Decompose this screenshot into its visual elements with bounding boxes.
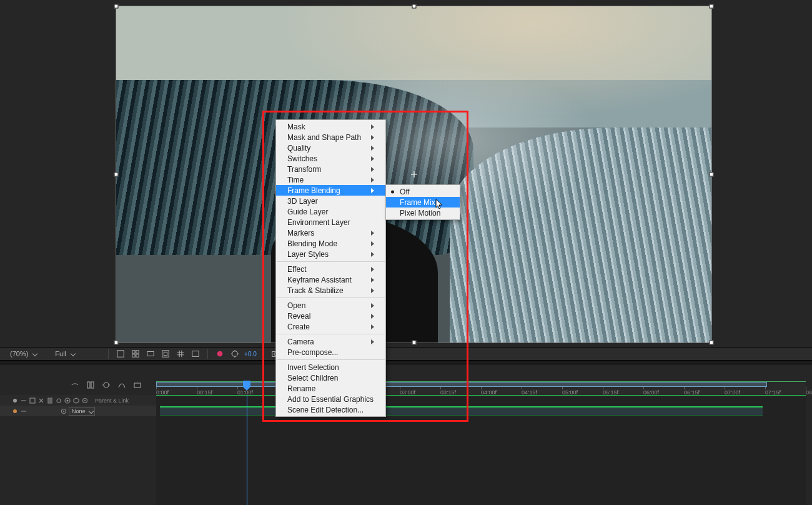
svg-point-27 <box>84 400 86 401</box>
resolution-value: Full <box>55 350 66 358</box>
svg-rect-8 <box>192 351 199 357</box>
playhead[interactable] <box>243 381 250 387</box>
svg-rect-1 <box>132 351 135 353</box>
svg-rect-5 <box>147 352 154 356</box>
frame-blend-toggle-icon[interactable] <box>84 379 96 391</box>
time-tick: 05:00f <box>562 387 578 396</box>
divider <box>108 349 109 359</box>
adjustment-col-icon[interactable] <box>64 397 71 404</box>
visibility-icon[interactable] <box>11 408 19 415</box>
shy-layers-icon[interactable] <box>69 379 81 391</box>
time-tick: 05:15f <box>603 387 618 396</box>
parent-pickwhip-icon[interactable] <box>60 408 67 415</box>
svg-point-23 <box>57 399 61 402</box>
magnification-value: (70%) <box>10 350 28 358</box>
time-tick: 04:15f <box>522 387 537 396</box>
annotation-highlight <box>262 111 468 422</box>
fast-preview-icon[interactable] <box>115 348 126 359</box>
svg-rect-21 <box>48 398 49 403</box>
layer-row[interactable]: None <box>0 406 156 416</box>
selection-handle[interactable] <box>114 172 119 177</box>
grid-guides-icon[interactable] <box>175 348 186 359</box>
timeline-tracks[interactable] <box>156 395 806 505</box>
svg-point-17 <box>104 382 109 388</box>
draft-3d-icon[interactable] <box>132 379 144 391</box>
parent-pick-icon[interactable] <box>81 397 89 404</box>
svg-rect-20 <box>30 398 35 403</box>
selection-handle[interactable] <box>412 4 416 9</box>
svg-point-19 <box>13 399 17 402</box>
time-tick: 08:00f <box>806 387 812 396</box>
time-tick: 06:15f <box>684 387 700 396</box>
graph-editor-icon[interactable] <box>116 379 128 391</box>
label-icon[interactable] <box>29 397 36 404</box>
svg-rect-6 <box>162 351 169 358</box>
playhead-line[interactable] <box>247 395 247 505</box>
divider <box>207 349 208 359</box>
svg-rect-15 <box>87 382 90 388</box>
time-tick: 06:00f <box>643 387 659 396</box>
layer-columns-header: Parent & Link <box>0 395 156 406</box>
selection-handle[interactable] <box>710 172 714 177</box>
time-tick: 07:15f <box>765 387 781 396</box>
parent-link-header: Parent & Link <box>95 398 129 404</box>
svg-rect-22 <box>51 398 52 403</box>
svg-rect-16 <box>91 382 94 388</box>
time-tick: 07:00f <box>725 387 740 396</box>
region-of-interest-icon[interactable] <box>160 348 171 359</box>
parent-value: None <box>72 408 86 414</box>
magnification-dropdown[interactable]: (70%) <box>6 350 41 358</box>
svg-point-25 <box>67 399 69 401</box>
svg-point-28 <box>13 409 17 413</box>
channel-icon[interactable] <box>190 348 201 359</box>
selection-handle[interactable] <box>710 341 714 345</box>
svg-point-9 <box>217 351 223 357</box>
exposure-reset-icon[interactable] <box>229 348 240 359</box>
svg-rect-18 <box>134 383 141 388</box>
cached-frames-indicator <box>156 395 806 396</box>
frame-blend-col-icon[interactable] <box>46 397 54 404</box>
selection-handle[interactable] <box>114 341 119 345</box>
svg-rect-2 <box>136 351 139 353</box>
exposure-value[interactable]: +0.0 <box>244 351 257 358</box>
switches-icon[interactable] <box>20 397 27 404</box>
svg-point-10 <box>232 351 238 357</box>
selection-handle[interactable] <box>114 4 119 9</box>
svg-point-30 <box>63 411 64 412</box>
parent-dropdown[interactable]: None <box>69 407 95 416</box>
solo-icon[interactable] <box>20 408 27 415</box>
timeline-toolbar <box>62 378 150 392</box>
time-tick: 00:15f <box>197 387 212 396</box>
svg-rect-3 <box>132 354 135 357</box>
fx-icon[interactable] <box>37 397 45 404</box>
resolution-dropdown[interactable]: Full <box>51 350 79 358</box>
chevron-down-icon <box>32 351 37 357</box>
3d-col-icon[interactable] <box>72 397 80 404</box>
chevron-down-icon <box>70 351 76 357</box>
color-management-icon[interactable] <box>214 348 225 359</box>
motion-blur-col-icon[interactable] <box>55 397 62 404</box>
svg-rect-4 <box>136 354 139 357</box>
svg-rect-7 <box>164 352 167 355</box>
motion-blur-toggle-icon[interactable] <box>100 379 112 391</box>
mask-toggle-icon[interactable] <box>145 348 156 359</box>
time-tick: 01:00f <box>237 387 253 396</box>
selection-handle[interactable] <box>710 4 714 9</box>
av-features-icon[interactable] <box>11 397 19 404</box>
chevron-down-icon <box>88 409 94 414</box>
svg-rect-0 <box>117 351 124 358</box>
time-tick: 04:00f <box>481 387 497 396</box>
time-tick: 0:00f <box>156 387 169 396</box>
transparency-grid-icon[interactable] <box>130 348 141 359</box>
